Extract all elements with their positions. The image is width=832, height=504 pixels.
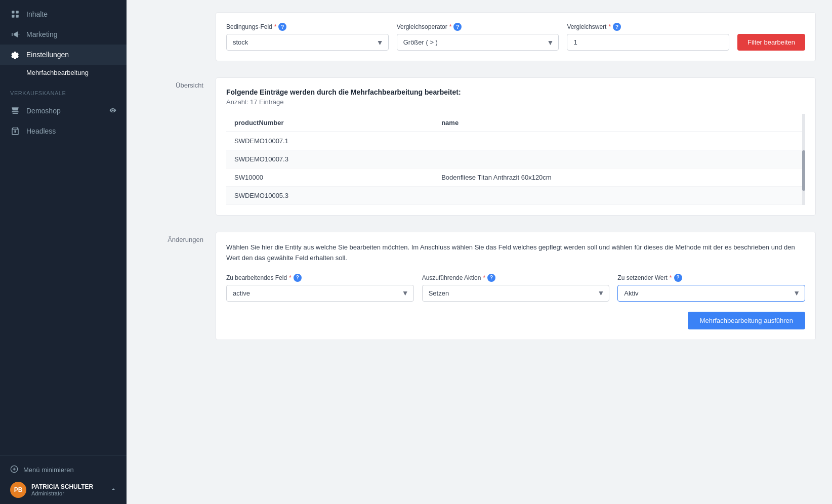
- changes-fields: Zu bearbeitendes Feld * ? active ▼: [226, 274, 805, 302]
- auszufuehrende-aktion-wrapper: Setzen ▼: [422, 285, 610, 302]
- svg-rect-2: [12, 15, 14, 18]
- uebersicht-card: Folgende Einträge werden durch die Mehrf…: [216, 77, 816, 216]
- mehrfachbearbeitung-ausfuehren-button[interactable]: Mehrfachbearbeitung ausführen: [688, 312, 805, 329]
- auszufuehrende-aktion-help-icon[interactable]: ?: [487, 274, 495, 282]
- vergleichsoperator-group: Vergleichsoperator * ? Größer ( > ) ▼: [397, 23, 559, 51]
- sidebar-item-marketing[interactable]: Marketing: [0, 24, 127, 45]
- filter-bearbeiten-button[interactable]: Filter bearbeiten: [737, 34, 805, 51]
- sidebar-item-inhalte[interactable]: Inhalte: [0, 4, 127, 24]
- required-star: *: [274, 23, 277, 30]
- auszufuehrende-aktion-label: Auszuführende Aktion * ?: [422, 274, 610, 282]
- vergleichswert-group: Vergleichswert * ?: [567, 23, 729, 51]
- changes-footer: Mehrfachbearbeitung ausführen: [226, 312, 805, 329]
- table-row: SWDEMO10007.1: [226, 132, 805, 150]
- user-info[interactable]: PB PATRICIA SCHULTER Administrator: [10, 482, 116, 498]
- aenderungen-content: Wählen Sie hier die Entity aus welche Si…: [216, 232, 816, 340]
- sidebar-item-headless[interactable]: Headless: [0, 121, 127, 141]
- filter-section-label: [143, 12, 203, 61]
- table-row: SWDEMO10007.3: [226, 150, 805, 169]
- uebersicht-table: productNumber name SWDEMO10007.1: [226, 114, 805, 205]
- uebersicht-table-container: productNumber name SWDEMO10007.1: [226, 114, 805, 205]
- cell-name: [433, 132, 805, 150]
- vergleichsoperator-label: Vergleichsoperator * ?: [397, 23, 559, 31]
- cell-product-number: SWDEMO10007.3: [226, 150, 433, 169]
- svg-rect-0: [12, 11, 14, 13]
- scrollbar-thumb: [802, 150, 805, 191]
- cell-product-number: SWDEMO10005.3: [226, 187, 433, 205]
- megaphone-icon: [10, 29, 20, 39]
- add-channel-icon[interactable]: [108, 89, 116, 98]
- vergleichsoperator-help-icon[interactable]: ?: [453, 23, 462, 31]
- required-star: *: [289, 274, 292, 281]
- required-star: *: [449, 23, 452, 30]
- sidebar-nav: Inhalte Marketing Einstellungen Mehrfach…: [0, 0, 127, 455]
- zu-bearbeitendes-feld-help-icon[interactable]: ?: [294, 274, 302, 282]
- bedingungsfeld-label: Bedingungs-Feld * ?: [226, 23, 389, 31]
- user-details: PATRICIA SCHULTER Administrator: [31, 483, 105, 496]
- store-icon: [10, 106, 20, 116]
- user-role: Administrator: [31, 490, 105, 496]
- minimize-menu-button[interactable]: Menü minimieren: [10, 462, 116, 478]
- auszufuehrende-aktion-select[interactable]: Setzen: [422, 285, 610, 302]
- zu-setzender-wert-select[interactable]: Aktiv: [617, 285, 805, 302]
- sidebar-item-label: Headless: [26, 127, 56, 135]
- bedingungsfeld-wrapper: stock ▼: [226, 34, 389, 51]
- table-row: SW10000 Bodenfliese Titan Anthrazit 60x1…: [226, 169, 805, 187]
- zu-setzender-wert-wrapper: Aktiv ▼: [617, 285, 805, 302]
- cell-product-number: SWDEMO10007.1: [226, 132, 433, 150]
- aenderungen-card: Wählen Sie hier die Entity aus welche Si…: [216, 232, 816, 340]
- aenderungen-section: Änderungen Wählen Sie hier die Entity au…: [143, 232, 816, 340]
- user-name: PATRICIA SCHULTER: [31, 483, 105, 490]
- sidebar-item-label: Marketing: [26, 30, 57, 38]
- zu-setzender-wert-label: Zu setzender Wert * ?: [617, 274, 805, 282]
- section-header-label: Verkaufskanäle: [10, 90, 66, 96]
- vergleichswert-label: Vergleichswert * ?: [567, 23, 729, 31]
- cell-product-number: SW10000: [226, 169, 433, 187]
- minimize-icon: [10, 465, 18, 475]
- uebersicht-label: Übersicht: [143, 77, 203, 216]
- sidebar: Inhalte Marketing Einstellungen Mehrfach…: [0, 0, 127, 504]
- verkaufskanaele-header: Verkaufskanäle: [0, 80, 127, 101]
- vergleichswert-help-icon[interactable]: ?: [613, 23, 621, 31]
- sidebar-item-einstellungen[interactable]: Einstellungen: [0, 45, 127, 65]
- svg-rect-1: [16, 11, 19, 13]
- required-star: *: [670, 274, 672, 281]
- filter-section: Bedingungs-Feld * ? stock ▼: [143, 12, 816, 61]
- zu-setzender-wert-help-icon[interactable]: ?: [674, 274, 682, 282]
- zu-setzender-wert-group: Zu setzender Wert * ? Aktiv ▼: [617, 274, 805, 302]
- zu-bearbeitendes-feld-select[interactable]: active: [226, 285, 414, 302]
- cell-name: [433, 150, 805, 169]
- sidebar-sub-item-mehrfachbearbeitung[interactable]: Mehrfachbearbeitung: [0, 65, 127, 80]
- sidebar-item-label: Einstellungen: [26, 51, 69, 59]
- sidebar-item-label: Demoshop: [26, 107, 61, 115]
- col-product-number: productNumber: [226, 114, 433, 132]
- required-star: *: [483, 274, 485, 281]
- minimize-label: Menü minimieren: [23, 466, 74, 474]
- filter-row: Bedingungs-Feld * ? stock ▼: [226, 23, 805, 51]
- changes-description: Wählen Sie hier die Entity aus welche Si…: [226, 242, 805, 264]
- content-area: Bedingungs-Feld * ? stock ▼: [127, 0, 832, 368]
- bedingungsfeld-group: Bedingungs-Feld * ? stock ▼: [226, 23, 389, 51]
- settings-icon: [10, 50, 20, 60]
- bedingungsfeld-select[interactable]: stock: [226, 34, 389, 51]
- overview-count: Anzahl: 17 Einträge: [226, 98, 805, 106]
- uebersicht-section: Übersicht Folgende Einträge werden durch…: [143, 77, 816, 216]
- sub-item-label: Mehrfachbearbeitung: [26, 69, 89, 76]
- table-header-row: productNumber name: [226, 114, 805, 132]
- sidebar-item-label: Inhalte: [26, 10, 48, 18]
- vergleichsoperator-select[interactable]: Größer ( > ): [397, 34, 559, 51]
- required-star: *: [608, 23, 611, 30]
- vergleichswert-input[interactable]: [567, 34, 729, 51]
- zu-bearbeitendes-feld-wrapper: active ▼: [226, 285, 414, 302]
- grid-icon: [10, 9, 20, 19]
- cell-name: [433, 187, 805, 205]
- aenderungen-label: Änderungen: [143, 232, 203, 340]
- zu-bearbeitendes-feld-label: Zu bearbeitendes Feld * ?: [226, 274, 414, 282]
- zu-bearbeitendes-feld-group: Zu bearbeitendes Feld * ? active ▼: [226, 274, 414, 302]
- cell-name: Bodenfliese Titan Anthrazit 60x120cm: [433, 169, 805, 187]
- eye-icon[interactable]: [109, 107, 116, 115]
- sidebar-item-demoshop[interactable]: Demoshop: [0, 101, 127, 121]
- bedingungsfeld-help-icon[interactable]: ?: [278, 23, 286, 31]
- filter-card: Bedingungs-Feld * ? stock ▼: [216, 12, 816, 61]
- table-row: SWDEMO10005.3: [226, 187, 805, 205]
